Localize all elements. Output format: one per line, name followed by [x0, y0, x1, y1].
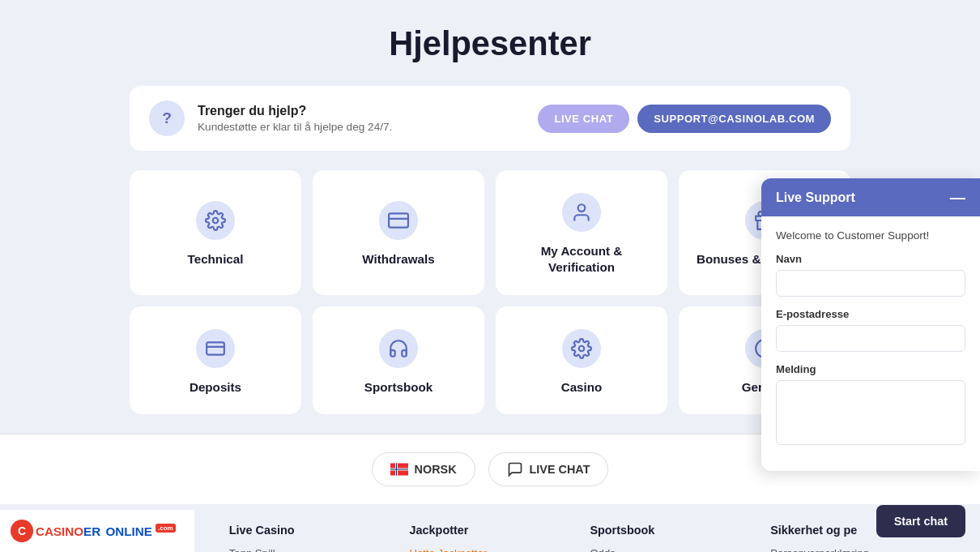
svg-point-3 [578, 204, 586, 212]
svg-point-8 [579, 345, 585, 351]
category-technical[interactable]: Technical [130, 170, 301, 295]
svg-rect-6 [207, 342, 224, 354]
navn-label: Navn [776, 253, 965, 265]
epost-input[interactable] [776, 325, 965, 352]
melding-label: Melding [776, 363, 965, 375]
my-account-label: My Account & Verification [509, 243, 654, 276]
chat-bubble-icon [507, 461, 523, 477]
withdrawals-label: Withdrawals [362, 251, 434, 267]
sportsbook-icon [379, 329, 418, 368]
footer-link-hotte[interactable]: Hotte Jackpotter [410, 546, 571, 552]
page-title: Hjelpesenter [130, 24, 850, 63]
logo-icon: C [10, 519, 34, 543]
live-support-title: Live Support [776, 190, 855, 205]
help-buttons: LIVE CHAT SUPPORT@CASINOLAB.COM [538, 105, 831, 133]
svg-text:C: C [18, 524, 26, 537]
site-logo: C CASINOER ONLINE .com [0, 510, 194, 552]
my-account-icon [562, 193, 601, 232]
epost-label: E-postadresse [776, 308, 965, 320]
technical-icon [196, 201, 235, 240]
deposits-label: Deposits [190, 379, 241, 396]
footer-col-jackpotter-heading: Jackpotter [410, 524, 571, 537]
sportsbook-label: Sportsbook [364, 379, 432, 396]
footer-col-livecasino-heading: Live Casino [229, 524, 390, 537]
casino-icon [562, 329, 601, 368]
footer-chat-button[interactable]: LIVE CHAT [488, 452, 609, 486]
help-banner: ? Trenger du hjelp? Kundestøtte er klar … [130, 86, 850, 151]
navn-field: Navn [776, 253, 965, 297]
melding-textarea[interactable] [776, 380, 965, 445]
navn-input[interactable] [776, 270, 965, 297]
help-heading: Trenger du hjelp? [198, 104, 525, 118]
footer-link-topp-spill[interactable]: Topp Spill [229, 546, 390, 552]
svg-rect-1 [389, 213, 408, 227]
casino-label: Casino [561, 379, 603, 396]
category-grid: Technical Withdrawals My Account & Verif… [130, 170, 850, 414]
norway-flag-icon [390, 463, 408, 476]
svg-point-0 [213, 218, 219, 224]
language-label: NORSK [415, 463, 457, 476]
live-support-header: Live Support — [761, 178, 980, 216]
category-my-account[interactable]: My Account & Verification [496, 170, 667, 295]
logo-casino-text: CASINO [36, 524, 83, 538]
live-chat-button[interactable]: LIVE CHAT [538, 105, 629, 133]
category-deposits[interactable]: Deposits [130, 306, 301, 415]
footer-col-sportsbook-heading: Sportsbook [590, 524, 751, 537]
footer-link-personvern[interactable]: Personvernerklæring [770, 546, 931, 552]
help-subtext: Kundestøtte er klar til å hjelpe deg 24/… [198, 121, 525, 133]
footer-col-sportsbook: Sportsbook Odds Live odds Virtuelle odds [590, 524, 751, 552]
deposits-icon [196, 329, 235, 368]
category-withdrawals[interactable]: Withdrawals [313, 170, 484, 295]
logo-er-text: ER [83, 524, 100, 538]
start-chat-button[interactable]: Start chat [876, 505, 965, 537]
svg-rect-15 [390, 469, 408, 470]
footer-chat-label: LIVE CHAT [530, 463, 590, 476]
withdrawals-icon [379, 201, 418, 240]
email-button[interactable]: SUPPORT@CASINOLAB.COM [637, 105, 831, 133]
technical-label: Technical [188, 251, 244, 267]
live-support-panel: Live Support — Welcome to Customer Suppo… [761, 178, 980, 471]
footer-col-jackpotter: Jackpotter Hotte Jackpotter Nye Jackpott… [410, 524, 571, 552]
live-support-welcome: Welcome to Customer Support! [776, 229, 965, 242]
help-text: Trenger du hjelp? Kundestøtte er klar ti… [198, 104, 525, 133]
epost-field: E-postadresse [776, 308, 965, 352]
melding-field: Melding [776, 363, 965, 448]
footer-link-odds[interactable]: Odds [590, 546, 751, 552]
language-button[interactable]: NORSK [372, 452, 475, 486]
logo-badge: .com [156, 524, 176, 533]
live-support-body: Welcome to Customer Support! Navn E-post… [761, 216, 980, 471]
logo-online-text: ONLINE [105, 524, 151, 538]
footer-col-livecasino: Live Casino Topp Spill Rulett Blackjack [229, 524, 390, 552]
category-casino[interactable]: Casino [496, 306, 667, 415]
help-icon: ? [149, 101, 185, 136]
category-sportsbook[interactable]: Sportsbook [313, 306, 484, 415]
live-support-close-button[interactable]: — [950, 190, 965, 205]
